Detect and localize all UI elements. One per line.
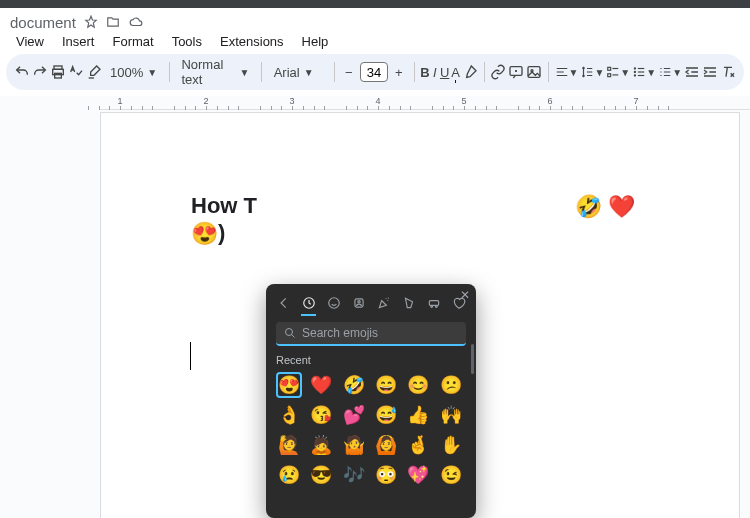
ruler[interactable]: 1234567 <box>100 96 750 110</box>
star-icon[interactable] <box>84 15 98 29</box>
bold-button[interactable]: B <box>420 59 429 85</box>
italic-button[interactable]: I <box>432 59 438 85</box>
menu-insert[interactable]: Insert <box>54 32 103 51</box>
emoji-cell[interactable]: 👌 <box>276 402 302 428</box>
ruler-number: 7 <box>633 96 638 106</box>
chevron-down-icon: ▼ <box>646 67 656 78</box>
emoji-cell[interactable]: 😘 <box>308 402 334 428</box>
emoji-search-input[interactable] <box>302 326 458 340</box>
text-cursor <box>190 342 191 370</box>
svg-rect-4 <box>528 67 540 78</box>
emoji-cell[interactable]: 🙆 <box>373 432 399 458</box>
decrease-indent-button[interactable] <box>684 59 700 85</box>
print-button[interactable] <box>50 59 66 85</box>
increase-font-button[interactable]: + <box>390 63 408 81</box>
font-value: Arial <box>274 65 300 80</box>
document-heading[interactable]: How T xxxxxxxxxxxxxxxxxxxxxxxxx 🤣 ❤️ 😍) <box>191 193 649 247</box>
food-tab-icon[interactable] <box>401 294 416 312</box>
emoji-cell[interactable]: 🙇 <box>308 432 334 458</box>
emoji-cell[interactable]: 😎 <box>308 462 334 488</box>
recent-tab-icon[interactable] <box>301 294 316 312</box>
spellcheck-button[interactable] <box>68 59 84 85</box>
transport-tab-icon[interactable] <box>426 294 441 312</box>
emoji-cell[interactable]: 🎶 <box>341 462 367 488</box>
increase-indent-button[interactable] <box>702 59 718 85</box>
picker-section-label: Recent <box>266 352 476 368</box>
emoji-cell[interactable]: ✋ <box>438 432 464 458</box>
insert-comment-button[interactable] <box>508 59 524 85</box>
menu-tools[interactable]: Tools <box>164 32 210 51</box>
ruler-number: 3 <box>289 96 294 106</box>
emoji-cell[interactable]: 🙌 <box>438 402 464 428</box>
zoom-select[interactable]: 100%▼ <box>104 60 163 84</box>
scrollbar[interactable] <box>471 344 474 374</box>
close-icon[interactable]: ✕ <box>460 288 470 302</box>
svg-point-18 <box>286 329 293 336</box>
emoji-cell[interactable]: ❤️ <box>308 372 334 398</box>
numbered-list-button[interactable]: ▼ <box>658 59 682 85</box>
celebration-tab-icon[interactable] <box>376 294 391 312</box>
insert-link-button[interactable] <box>490 59 506 85</box>
emoji-cell[interactable]: 👍 <box>405 402 431 428</box>
emoji-cell[interactable]: 😳 <box>373 462 399 488</box>
chevron-down-icon: ▼ <box>240 67 250 78</box>
document-title[interactable]: document <box>10 14 76 31</box>
text-color-button[interactable]: A <box>451 59 460 85</box>
insert-image-button[interactable] <box>526 59 542 85</box>
heading-emoji-2: ❤️ <box>608 194 635 219</box>
font-select[interactable]: Arial▼ <box>268 60 328 84</box>
menu-extensions[interactable]: Extensions <box>212 32 292 51</box>
chevron-down-icon: ▼ <box>672 67 682 78</box>
move-icon[interactable] <box>106 15 120 29</box>
document-title-row: document <box>0 8 750 32</box>
cloud-status-icon[interactable] <box>128 15 144 29</box>
redo-button[interactable] <box>32 59 48 85</box>
style-select[interactable]: Normal text▼ <box>175 60 255 84</box>
font-size-group: − + <box>340 62 408 82</box>
ruler-number: 4 <box>375 96 380 106</box>
font-size-input[interactable] <box>360 62 388 82</box>
align-button[interactable]: ▼ <box>555 59 579 85</box>
back-icon[interactable] <box>276 294 291 312</box>
picker-category-tabs <box>266 284 476 318</box>
menu-format[interactable]: Format <box>104 32 161 51</box>
emoji-search[interactable] <box>276 322 466 346</box>
emoji-cell[interactable]: 😅 <box>373 402 399 428</box>
format-paint-button[interactable] <box>86 59 102 85</box>
emoji-cell[interactable]: 🤣 <box>341 372 367 398</box>
workspace: 1234567 How T xxxxxxxxxxxxxxxxxxxxxxxxx … <box>0 96 750 518</box>
menu-help[interactable]: Help <box>294 32 337 51</box>
svg-point-14 <box>357 301 359 303</box>
bulleted-list-button[interactable]: ▼ <box>632 59 656 85</box>
clear-formatting-button[interactable] <box>720 59 736 85</box>
menu-view[interactable]: View <box>8 32 52 51</box>
line-spacing-button[interactable]: ▼ <box>580 59 604 85</box>
smileys-tab-icon[interactable] <box>326 294 341 312</box>
underline-button[interactable]: U <box>440 59 449 85</box>
undo-button[interactable] <box>14 59 30 85</box>
emoji-cell[interactable]: 😊 <box>405 372 431 398</box>
people-tab-icon[interactable] <box>351 294 366 312</box>
heading-emoji-1: 🤣 <box>575 194 602 219</box>
emoji-cell[interactable]: 😍 <box>276 372 302 398</box>
highlight-button[interactable] <box>462 59 478 85</box>
chevron-down-icon: ▼ <box>569 67 579 78</box>
emoji-cell[interactable]: 🤷 <box>341 432 367 458</box>
emoji-cell[interactable]: 😄 <box>373 372 399 398</box>
checklist-button[interactable]: ▼ <box>606 59 630 85</box>
emoji-cell[interactable]: 🤞 <box>405 432 431 458</box>
svg-point-9 <box>635 71 636 72</box>
emoji-grid: 😍❤️🤣😄😊😕👌😘💕😅👍🙌🙋🙇🤷🙆🤞✋😢😎🎶😳💖😉 <box>266 368 476 498</box>
emoji-cell[interactable]: 😕 <box>438 372 464 398</box>
menu-bar: View Insert Format Tools Extensions Help <box>0 32 750 54</box>
style-value: Normal text <box>181 57 235 87</box>
svg-point-17 <box>435 306 437 308</box>
emoji-cell[interactable]: 😢 <box>276 462 302 488</box>
emoji-cell[interactable]: 😉 <box>438 462 464 488</box>
decrease-font-button[interactable]: − <box>340 63 358 81</box>
chevron-down-icon: ▼ <box>147 67 157 78</box>
emoji-cell[interactable]: 🙋 <box>276 432 302 458</box>
emoji-cell[interactable]: 💕 <box>341 402 367 428</box>
heading-text-prefix: How T <box>191 193 257 218</box>
emoji-cell[interactable]: 💖 <box>405 462 431 488</box>
